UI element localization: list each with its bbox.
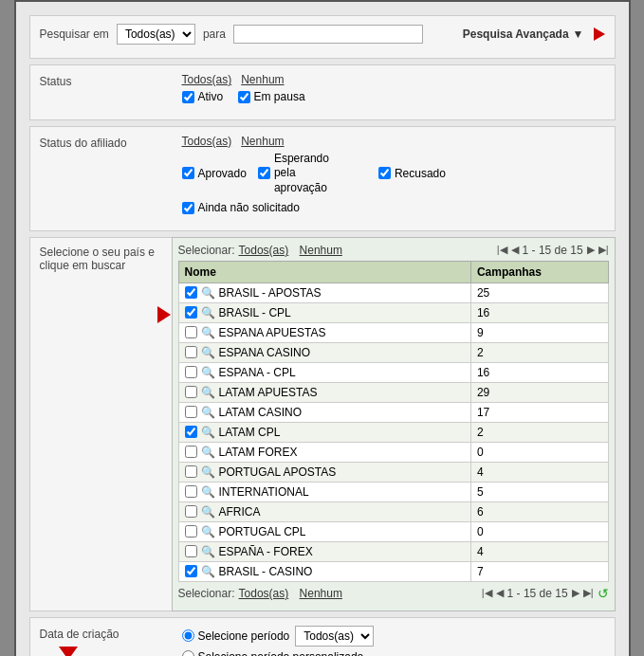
row-search-icon[interactable]: 🔍	[201, 426, 215, 439]
footer-next-page-btn[interactable]: ▶	[572, 587, 580, 599]
status-em-pausa-label[interactable]: Em pausa	[238, 90, 305, 103]
row-name-cell: 🔍 AFRICA	[178, 501, 470, 521]
afiliado-ainda-label[interactable]: Ainda não solicitado	[182, 201, 300, 214]
afiliado-esperando-checkbox[interactable]	[258, 167, 270, 179]
table-row: 🔍 LATAM CPL 2	[178, 422, 608, 442]
row-checkbox-7[interactable]	[185, 426, 197, 438]
table-row: 🔍 ESPANA CASINO 2	[178, 342, 608, 362]
personalizado-radio[interactable]	[182, 650, 194, 656]
row-checkbox-12[interactable]	[185, 525, 197, 538]
nenhum-footer-link[interactable]: Nenhum	[300, 587, 342, 600]
row-search-icon[interactable]: 🔍	[201, 346, 215, 359]
row-search-icon[interactable]: 🔍	[201, 446, 215, 459]
row-checkbox-8[interactable]	[185, 446, 197, 458]
next-page-btn[interactable]: ▶	[587, 244, 595, 256]
table-row: 🔍 BRASIL - APOSTAS 25	[178, 282, 608, 302]
row-checkbox-11[interactable]	[185, 505, 197, 518]
table-row: 🔍 PORTUGAL APOSTAS 4	[178, 462, 608, 482]
row-checkbox-0[interactable]	[185, 286, 197, 299]
dropdown-icon: ▼	[573, 27, 584, 41]
row-checkbox-3[interactable]	[185, 346, 197, 358]
search-input[interactable]	[233, 25, 423, 44]
last-page-btn[interactable]: ▶|	[598, 244, 609, 256]
row-search-icon[interactable]: 🔍	[201, 306, 215, 319]
red-arrow-right-icon	[594, 27, 605, 41]
row-name-cell: 🔍 LATAM CPL	[178, 422, 470, 442]
personalizado-row: Selecione período personalizado	[182, 650, 605, 656]
row-name: BRASIL - CPL	[219, 306, 291, 319]
table-selecionar-footer: Selecionar: Todos(as) Nenhum	[178, 587, 342, 600]
row-name-cell: 🔍 ESPANA CASINO	[178, 342, 470, 362]
prev-page-btn[interactable]: ◀	[511, 244, 519, 256]
refresh-btn[interactable]: ↺	[598, 586, 609, 601]
advanced-search-label: Pesquisa Avançada	[463, 27, 569, 41]
footer-first-page-btn[interactable]: |◀	[482, 587, 492, 599]
row-checkbox-4[interactable]	[185, 366, 197, 378]
row-search-icon[interactable]: 🔍	[201, 485, 215, 499]
row-name: ESPANA APUESTAS	[219, 326, 326, 339]
row-checkbox-5[interactable]	[185, 386, 197, 398]
afiliado-nenhum-link[interactable]: Nenhum	[241, 135, 284, 148]
todos-footer-link[interactable]: Todos(as)	[239, 587, 289, 600]
country-table: Nome Campanhas 🔍 BRASIL - APOSTAS 25 🔍 B…	[178, 261, 609, 582]
status-todos-link[interactable]: Todos(as)	[182, 73, 232, 86]
row-search-icon[interactable]: 🔍	[201, 286, 215, 300]
row-checkbox-10[interactable]	[185, 485, 197, 498]
row-name-cell: 🔍 ESPANA - CPL	[178, 362, 470, 382]
data-criacao-label-col: Data de criação	[40, 626, 182, 641]
row-search-icon[interactable]: 🔍	[201, 406, 215, 419]
row-checkbox-9[interactable]	[185, 465, 197, 478]
afiliado-recusado-checkbox[interactable]	[378, 167, 391, 179]
table-row: 🔍 ESPANA APUESTAS 9	[178, 322, 608, 342]
row-checkbox-1[interactable]	[185, 306, 197, 319]
todos-header-link[interactable]: Todos(as)	[239, 244, 289, 257]
first-page-btn[interactable]: |◀	[497, 244, 507, 256]
row-checkbox-2[interactable]	[185, 326, 197, 338]
periodo-radio-label[interactable]: Selecione período	[182, 629, 290, 643]
status-nenhum-link[interactable]: Nenhum	[241, 73, 284, 86]
row-search-icon[interactable]: 🔍	[201, 525, 215, 538]
row-search-icon[interactable]: 🔍	[201, 505, 215, 519]
country-table-body: 🔍 BRASIL - APOSTAS 25 🔍 BRASIL - CPL 16 …	[178, 282, 608, 581]
footer-prev-page-btn[interactable]: ◀	[496, 587, 504, 599]
data-criacao-section: Data de criação Selecione período Todos(…	[29, 617, 616, 656]
advanced-search-button[interactable]: Pesquisa Avançada ▼	[463, 27, 605, 41]
row-name-cell: 🔍 LATAM CASINO	[178, 402, 470, 422]
data-criacao-content: Selecione período Todos(as) Selecione pe…	[182, 626, 605, 656]
row-search-icon[interactable]: 🔍	[201, 545, 215, 558]
nenhum-header-link[interactable]: Nenhum	[300, 244, 342, 257]
row-campaigns-cell: 6	[470, 501, 608, 521]
row-campaigns-cell: 4	[470, 541, 608, 561]
search-select[interactable]: Todos(as)	[117, 24, 195, 45]
row-campaigns-cell: 16	[470, 362, 608, 382]
afiliado-ainda-checkbox[interactable]	[182, 202, 194, 214]
row-search-icon[interactable]: 🔍	[201, 366, 215, 379]
afiliado-aprovado-checkbox[interactable]	[182, 167, 194, 179]
row-campaigns-cell: 0	[470, 442, 608, 462]
periodo-select[interactable]: Todos(as)	[295, 626, 374, 647]
row-search-icon[interactable]: 🔍	[201, 565, 215, 578]
row-checkbox-14[interactable]	[185, 565, 197, 577]
personalizado-radio-label[interactable]: Selecione período personalizado	[182, 650, 364, 656]
row-search-icon[interactable]: 🔍	[201, 386, 215, 399]
periodo-radio[interactable]	[182, 629, 194, 642]
status-ativo-label[interactable]: Ativo	[182, 90, 224, 103]
footer-last-page-btn[interactable]: ▶|	[583, 587, 594, 599]
afiliado-esperando-label[interactable]: Esperando pela aprovação	[258, 152, 350, 196]
row-campaigns-cell: 16	[470, 302, 608, 322]
afiliado-recusado-label[interactable]: Recusado	[378, 152, 446, 196]
row-checkbox-6[interactable]	[185, 406, 197, 418]
country-section: Selecione o seu país e clique em buscar …	[29, 237, 616, 611]
afiliado-aprovado-label[interactable]: Aprovado	[182, 152, 247, 196]
row-search-icon[interactable]: 🔍	[201, 465, 215, 479]
row-campaigns-cell: 5	[470, 482, 608, 501]
afiliado-todos-link[interactable]: Todos(as)	[182, 135, 232, 148]
status-ativo-checkbox[interactable]	[182, 91, 194, 103]
row-search-icon[interactable]: 🔍	[201, 326, 215, 339]
row-campaigns-cell: 25	[470, 282, 608, 302]
col-nome: Nome	[178, 261, 470, 282]
status-em-pausa-checkbox[interactable]	[238, 91, 250, 103]
afiliado-links: Todos(as) Nenhum	[182, 135, 605, 148]
row-checkbox-13[interactable]	[185, 545, 197, 557]
row-campaigns-cell: 2	[470, 422, 608, 442]
